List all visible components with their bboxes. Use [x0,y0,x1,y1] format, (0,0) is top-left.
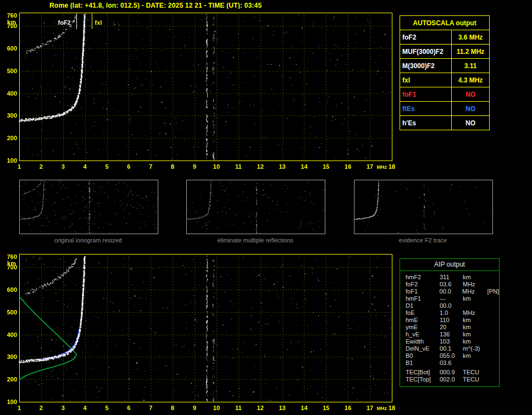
thumbnail-caption-eliminate: eliminate multiple reflections [186,237,325,244]
aip-value: 103 [440,338,463,345]
aip-extra [488,295,499,302]
autoscala-param-value: 3.6 MHz [452,30,490,45]
aip-label: hmF1 [406,295,440,302]
aip-row: B0055.0km [406,352,499,359]
aip-unit: m^(-3) [463,345,488,352]
aip-extra: [PN] [487,288,499,295]
autoscala-row: MUF(3000)F211.2 MHz [400,45,490,59]
aip-label: DelN_vE [406,345,440,352]
aip-value: 00.1 [440,345,463,352]
aip-value: 00.0 [440,302,463,309]
ionogram-top-canvas [0,9,398,174]
autoscala-row: h'EsNO [400,116,490,130]
aip-value: 002.0 [440,376,463,383]
aip-unit: MHz [463,281,488,288]
aip-unit: TECU [463,376,488,383]
aip-label: B0 [406,352,440,359]
aip-row: foE1.0MHz [406,309,499,317]
aip-value: 055.0 [440,352,463,359]
aip-extra [488,338,499,345]
aip-extra [488,274,499,281]
aip-extra [488,281,499,288]
aip-unit: km [463,317,488,324]
autoscala-param-value: NO [452,87,490,102]
aip-value: 1.0 [440,309,463,317]
aip-row: foF203.6MHz [406,281,499,288]
aip-row: hmF1---km [406,295,499,302]
aip-label: ymE [406,324,440,331]
autoscala-row: foF23.6 MHz [400,30,490,45]
aip-row: hmF2311km [406,274,499,281]
aip-extra [488,317,499,324]
autoscala-param-label: M(3000)F2 [400,59,452,73]
aip-label: h_vE [406,331,440,338]
aip-unit: km [463,274,488,281]
aip-output-panel: AIP output hmF2311kmfoF203.6MHzfoF100.0M… [400,258,500,387]
station-datetime-title: Rome (lat: +41.8, lon: 012.5) - DATE: 20… [49,2,262,9]
aip-label: foF2 [406,281,440,288]
autoscala-param-value: NO [452,116,490,130]
aip-extra [488,359,499,367]
aip-label: foE [406,309,440,317]
autoscala-param-label: fxI [400,73,452,87]
aip-label: TEC[Bot] [406,369,440,376]
aip-value: 136 [440,331,463,338]
autoscala-param-value: 11.2 MHz [452,45,490,59]
aip-row: ymE20km [406,324,499,331]
aip-value: 20 [440,324,463,331]
autoscala-param-label: h'Es [400,116,452,130]
aip-extra [488,324,499,331]
aip-row: DelN_vE00.1m^(-3) [406,345,499,352]
aip-unit: TECU [463,369,488,376]
autoscala-param-label: ftEs [400,102,452,116]
aip-row: B103.6 [406,359,499,367]
thumbnail-original-ionogram [19,180,158,234]
aip-label: foF1 [406,288,439,295]
autoscala-param-value: 3.11 [452,59,490,73]
autoscala-param-value: 4.3 MHz [452,73,490,87]
autoscala-param-label: foF1 [400,87,452,102]
aip-row: hmE110km [406,317,499,324]
aip-value: 00.0 [439,288,462,295]
aip-row: h_vE136km [406,331,499,338]
autoscala-row: ftEsNO [400,102,490,116]
autoscala-row: fxI4.3 MHz [400,73,490,87]
aip-unit: km [463,338,488,345]
aip-value: 311 [440,274,463,281]
aip-value: 03.6 [440,281,463,288]
ionogram-bottom-canvas [0,250,398,415]
aip-title: AIP output [400,259,499,271]
aip-extra [488,376,499,383]
aip-extra [488,352,499,359]
aip-rows: hmF2311kmfoF203.6MHzfoF100.0MHz[PN]hmF1-… [400,271,499,383]
aip-row: Ewidth103km [406,338,499,345]
aip-label: B1 [406,359,440,367]
aip-label: hmF2 [406,274,440,281]
thumbnail-caption-evidence: evidence F2 trace [353,237,492,244]
aip-row: TEC[Bot]000.9TECU [406,369,499,376]
autoscala-row: foF1NO [400,87,490,102]
aip-value: --- [440,295,463,302]
aip-label: D1 [406,302,440,309]
aip-value: 110 [440,317,463,324]
aip-row: foF100.0MHz[PN] [406,288,499,295]
thumbnail-evidence-f2-trace [354,180,493,234]
autoscala-param-label: MUF(3000)F2 [400,45,452,59]
autoscala-table: AUTOSCALA outputfoF23.6 MHzMUF(3000)F211… [400,15,490,130]
aip-extra [488,369,499,376]
autoscala-param-label: foF2 [400,30,452,45]
aip-label: hmE [406,317,440,324]
autoscala-row: M(3000)F23.11 [400,59,490,73]
thumbnail-eliminate-reflections [186,180,325,234]
aip-unit: MHz [463,309,488,317]
aip-extra [488,345,499,352]
aip-label: Ewidth [406,338,440,345]
aip-extra [488,331,499,338]
aip-unit: km [463,295,488,302]
aip-row: TEC[Top]002.0TECU [406,376,499,383]
autoscala-header: AUTOSCALA output [400,16,490,30]
thumbnail-caption-original: original ionogram resized [19,237,158,244]
aip-unit: km [463,324,488,331]
aip-extra [488,309,499,317]
aip-label: TEC[Top] [406,376,440,383]
